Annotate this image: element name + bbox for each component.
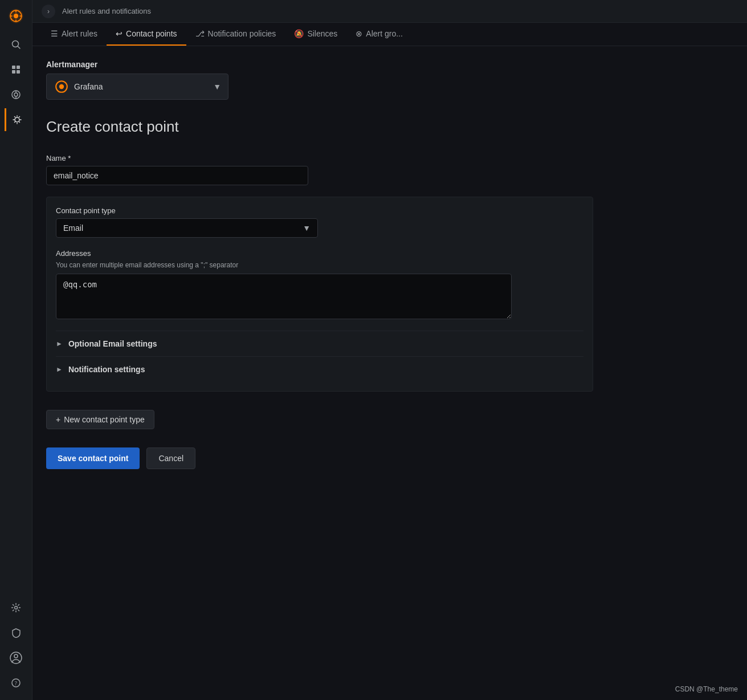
tab-bar: ☰ Alert rules ↩ Contact points ⎇ Notific…	[32, 23, 747, 46]
contact-type-group: Contact point type Email ▼	[56, 206, 583, 238]
page-title: Create contact point	[46, 118, 733, 136]
svg-point-20	[14, 654, 18, 658]
tab-contact-points[interactable]: ↩ Contact points	[107, 23, 186, 46]
addresses-group: Addresses You can enter multiple email a…	[56, 249, 583, 319]
sidebar-item-help[interactable]: ?	[5, 671, 27, 694]
notification-settings-caret-icon: ►	[56, 365, 63, 373]
addresses-textarea[interactable]: @qq.com	[56, 274, 512, 319]
svg-rect-9	[12, 66, 15, 69]
sidebar-item-configuration[interactable]	[5, 596, 27, 619]
notification-settings-label: Notification settings	[68, 365, 145, 374]
page-header-text: Alert rules and notifications	[62, 7, 151, 15]
contact-type-chevron-icon: ▼	[303, 223, 311, 233]
tab-silences[interactable]: 🔕 Silences	[285, 23, 346, 46]
svg-point-2	[14, 14, 18, 18]
tab-notification-policies[interactable]: ⎇ Notification policies	[186, 23, 285, 46]
tab-notification-policies-label: Notification policies	[208, 29, 276, 38]
svg-point-17	[15, 117, 19, 122]
page-content: Alertmanager Grafana ▼ Create contact po…	[32, 46, 747, 700]
alert-groups-icon: ⊗	[356, 29, 362, 38]
tab-alert-rules-label: Alert rules	[62, 29, 97, 38]
svg-line-8	[18, 47, 21, 49]
alertmanager-select[interactable]: Grafana ▼	[46, 74, 228, 100]
contact-point-card: Contact point type Email ▼ Addresses You…	[46, 197, 593, 392]
svg-rect-10	[17, 66, 20, 69]
svg-point-24	[59, 84, 64, 89]
name-field-group: Name *	[46, 154, 733, 185]
sidebar-logo[interactable]	[5, 5, 27, 27]
sidebar-item-dashboards[interactable]	[5, 58, 27, 81]
tab-alert-rules[interactable]: ☰ Alert rules	[42, 23, 107, 46]
grafana-select-icon	[54, 79, 70, 95]
contact-type-select[interactable]: Email ▼	[56, 218, 318, 238]
tab-contact-points-label: Contact points	[126, 29, 177, 38]
optional-email-settings-label: Optional Email settings	[68, 339, 157, 348]
watermark: CSDN @The_theme	[675, 685, 738, 693]
optional-email-caret-icon: ►	[56, 340, 63, 348]
topbar: › Alert rules and notifications	[32, 0, 747, 23]
svg-point-7	[13, 41, 19, 47]
main-content: › Alert rules and notifications ☰ Alert …	[32, 0, 747, 700]
collapse-sidebar-button[interactable]: ›	[42, 5, 55, 18]
new-contact-point-type-button[interactable]: + New contact point type	[46, 410, 154, 429]
addresses-label: Addresses	[56, 249, 583, 258]
notification-policies-icon: ⎇	[195, 29, 205, 38]
contact-type-value: Email	[63, 223, 303, 233]
sidebar: ?	[0, 0, 32, 700]
plus-icon: +	[56, 415, 60, 424]
contact-type-label: Contact point type	[56, 206, 583, 215]
svg-text:?: ?	[15, 680, 18, 686]
tab-alert-groups-label: Alert gro...	[366, 29, 403, 38]
name-label: Name *	[46, 154, 733, 162]
alertmanager-value: Grafana	[74, 82, 209, 91]
tab-silences-label: Silences	[307, 29, 337, 38]
action-bar: Save contact point Cancel	[46, 447, 733, 469]
cancel-button[interactable]: Cancel	[146, 447, 195, 469]
silences-icon: 🔕	[294, 29, 304, 38]
alertmanager-section: Alertmanager Grafana ▼	[46, 60, 733, 100]
sidebar-item-search[interactable]	[5, 33, 27, 56]
addresses-hint: You can enter multiple email addresses u…	[56, 261, 583, 269]
sidebar-item-alerting[interactable]	[5, 108, 27, 131]
sidebar-item-profile[interactable]	[5, 646, 27, 669]
optional-email-settings-toggle[interactable]: ► Optional Email settings	[56, 331, 583, 356]
contact-points-icon: ↩	[116, 29, 123, 38]
svg-point-18	[15, 607, 18, 609]
name-input[interactable]	[46, 166, 308, 185]
svg-rect-12	[17, 70, 20, 74]
svg-rect-11	[12, 70, 15, 74]
alertmanager-chevron-icon: ▼	[213, 82, 221, 91]
new-contact-point-type-label: New contact point type	[64, 415, 145, 424]
alertmanager-label: Alertmanager	[46, 60, 733, 69]
save-contact-point-button[interactable]: Save contact point	[46, 447, 140, 469]
svg-point-14	[14, 93, 18, 96]
sidebar-item-shield[interactable]	[5, 621, 27, 644]
notification-settings-toggle[interactable]: ► Notification settings	[56, 356, 583, 382]
tab-alert-groups[interactable]: ⊗ Alert gro...	[346, 23, 412, 46]
sidebar-item-explore[interactable]	[5, 83, 27, 106]
alert-rules-icon: ☰	[51, 29, 58, 38]
